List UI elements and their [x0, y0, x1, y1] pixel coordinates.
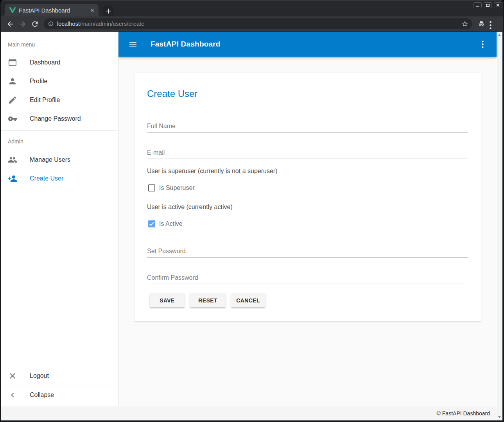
sidebar-item-label: Manage Users [30, 156, 70, 163]
reload-button[interactable] [31, 20, 39, 28]
sidebar-item-logout[interactable]: Logout [1, 367, 118, 385]
sidebar-item-profile[interactable]: Profile [1, 72, 118, 91]
sidebar-divider [1, 130, 118, 131]
navigation-drawer: Main menu Dashboard Profile Edit Profile [1, 32, 118, 406]
window-maximize-button[interactable] [484, 2, 492, 8]
button-row: SAVE RESET CANCEL [135, 293, 481, 308]
person-add-icon [8, 174, 17, 183]
address-bar[interactable]: localhost/main/admin/users/create [44, 18, 472, 29]
window-minimize-button[interactable] [474, 2, 482, 8]
sidebar-item-manage-users[interactable]: Manage Users [1, 150, 118, 169]
browser-window: FastAPI Dashboard localhost/main/admin/u… [0, 0, 504, 422]
page-scrollbar[interactable] [497, 32, 502, 420]
card-title: Create User [147, 88, 197, 99]
key-icon [8, 114, 17, 123]
set-password-field[interactable]: Set Password [147, 245, 468, 257]
person-icon [8, 77, 17, 86]
window-close-button[interactable] [494, 2, 502, 8]
window-controls [474, 2, 502, 8]
bookmark-star-icon[interactable] [461, 20, 468, 29]
scrollbar-up-arrow[interactable] [498, 34, 501, 36]
superuser-helper-text: User is superuser (currently is not a su… [147, 168, 277, 175]
sidebar-item-label: Create User [30, 175, 63, 182]
active-checkbox-label: Is Active [159, 220, 183, 227]
superuser-checkbox-row: Is Superuser [148, 184, 195, 191]
sidebar-item-label: Collapse [30, 392, 54, 399]
page-viewport: FastAPI Dashboard Create User Full Name … [1, 32, 502, 420]
tab-title: FastAPI Dashboard [19, 7, 89, 14]
sidebar-caption-main-menu: Main menu [8, 41, 35, 48]
footer-copyright: © FastAPI Dashboard [437, 410, 490, 417]
main-content: Create User Full Name E-mail User is sup… [118, 57, 497, 406]
chevron-left-icon [8, 390, 17, 400]
sidebar-item-collapse[interactable]: Collapse [1, 386, 118, 404]
cancel-button[interactable]: CANCEL [231, 293, 265, 308]
sidebar-item-change-password[interactable]: Change Password [1, 109, 118, 128]
appbar-kebab-icon[interactable] [482, 41, 484, 48]
incognito-icon [479, 21, 484, 26]
tab-close-icon[interactable] [89, 7, 95, 14]
superuser-checkbox-label: Is Superuser [159, 184, 195, 191]
browser-tab-strip: FastAPI Dashboard [1, 0, 503, 16]
sidebar-item-label: Dashboard [30, 59, 60, 66]
app-bar: FastAPI Dashboard [118, 32, 497, 57]
set-password-placeholder: Set Password [147, 248, 186, 255]
screenshot: FastAPI Dashboard localhost/main/admin/u… [0, 0, 504, 422]
active-checkbox-row: Is Active [148, 220, 183, 227]
email-field[interactable]: E-mail [147, 147, 468, 159]
sidebar-item-label: Logout [30, 372, 49, 379]
sidebar-item-edit-profile[interactable]: Edit Profile [1, 91, 118, 109]
browser-menu-icon[interactable] [486, 21, 495, 29]
appbar-title: FastAPI Dashboard [151, 40, 221, 48]
confirm-password-field[interactable]: Confirm Password [147, 272, 468, 284]
page-footer: © FastAPI Dashboard [1, 406, 497, 420]
email-placeholder: E-mail [147, 149, 165, 156]
close-icon [8, 371, 17, 381]
sidebar-item-label: Edit Profile [30, 97, 60, 104]
superuser-checkbox[interactable] [148, 184, 155, 191]
sidebar-item-label: Profile [30, 78, 47, 85]
sidebar-item-label: Change Password [30, 115, 81, 122]
sidebar-caption-admin: Admin [8, 138, 23, 145]
browser-tab[interactable]: FastAPI Dashboard [5, 4, 99, 17]
new-tab-button[interactable] [103, 5, 114, 16]
back-button[interactable] [6, 20, 14, 28]
active-helper-text: User is active (currently active) [147, 204, 233, 211]
sidebar-item-create-user[interactable]: Create User [1, 169, 118, 188]
page: FastAPI Dashboard Create User Full Name … [1, 32, 497, 420]
active-checkbox[interactable] [148, 220, 155, 227]
forward-button[interactable] [18, 20, 27, 28]
create-user-card: Create User Full Name E-mail User is sup… [135, 73, 481, 322]
save-button[interactable]: SAVE [150, 293, 185, 308]
full-name-placeholder: Full Name [147, 123, 176, 130]
reset-button[interactable]: RESET [190, 293, 226, 308]
url-host: localhost [57, 21, 80, 27]
browser-toolbar: localhost/main/admin/users/create [1, 16, 503, 32]
scrollbar-down-arrow[interactable] [498, 416, 501, 418]
hamburger-menu-icon[interactable] [129, 39, 137, 49]
confirm-password-placeholder: Confirm Password [147, 274, 198, 281]
full-name-field[interactable]: Full Name [147, 120, 468, 132]
url-text: localhost/main/admin/users/create [57, 21, 144, 27]
pencil-icon [8, 95, 17, 105]
web-icon [8, 58, 17, 67]
sidebar-item-dashboard[interactable]: Dashboard [1, 53, 118, 72]
people-icon [8, 155, 17, 165]
site-info-icon[interactable] [48, 21, 54, 27]
url-path: /main/admin/users/create [80, 21, 144, 27]
vue-favicon [9, 7, 16, 14]
